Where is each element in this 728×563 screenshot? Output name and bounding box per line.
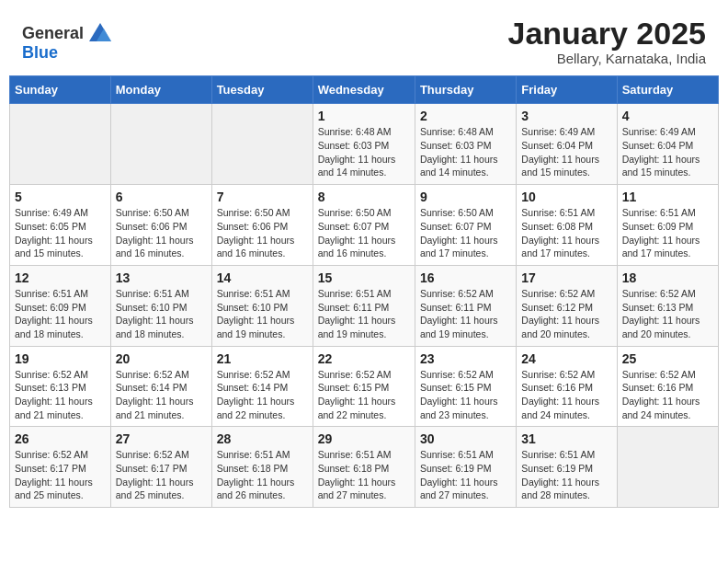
day-info: Sunrise: 6:52 AMSunset: 6:16 PMDaylight:… <box>521 368 611 422</box>
day-number: 24 <box>521 351 611 366</box>
calendar-cell: 5Sunrise: 6:49 AMSunset: 6:05 PMDaylight… <box>10 185 111 266</box>
day-info: Sunrise: 6:48 AMSunset: 6:03 PMDaylight:… <box>420 125 511 179</box>
day-info: Sunrise: 6:51 AMSunset: 6:18 PMDaylight:… <box>318 448 410 502</box>
calendar-cell: 2Sunrise: 6:48 AMSunset: 6:03 PMDaylight… <box>415 104 516 185</box>
day-number: 4 <box>622 109 713 123</box>
calendar-cell: 20Sunrise: 6:52 AMSunset: 6:14 PMDayligh… <box>110 346 211 427</box>
day-number: 10 <box>521 190 611 204</box>
header-row: Sunday Monday Tuesday Wednesday Thursday… <box>10 76 719 104</box>
calendar-week-2: 5Sunrise: 6:49 AMSunset: 6:05 PMDaylight… <box>10 185 719 266</box>
day-number: 7 <box>217 190 308 204</box>
calendar-cell: 22Sunrise: 6:52 AMSunset: 6:15 PMDayligh… <box>313 346 415 427</box>
day-info: Sunrise: 6:52 AMSunset: 6:13 PMDaylight:… <box>622 287 713 341</box>
day-number: 15 <box>318 270 410 285</box>
calendar-table: Sunday Monday Tuesday Wednesday Thursday… <box>9 75 719 508</box>
calendar-cell: 11Sunrise: 6:51 AMSunset: 6:09 PMDayligh… <box>617 185 718 266</box>
day-number: 8 <box>318 190 410 204</box>
calendar-cell: 3Sunrise: 6:49 AMSunset: 6:04 PMDaylight… <box>517 104 617 185</box>
month-title: January 2025 <box>508 17 707 51</box>
day-number: 21 <box>217 351 308 366</box>
calendar-week-4: 19Sunrise: 6:52 AMSunset: 6:13 PMDayligh… <box>10 346 719 427</box>
col-tuesday: Tuesday <box>211 76 313 104</box>
day-info: Sunrise: 6:52 AMSunset: 6:15 PMDaylight:… <box>420 368 511 422</box>
calendar-cell: 14Sunrise: 6:51 AMSunset: 6:10 PMDayligh… <box>211 265 313 346</box>
calendar-cell: 25Sunrise: 6:52 AMSunset: 6:16 PMDayligh… <box>617 346 718 427</box>
calendar-cell: 13Sunrise: 6:51 AMSunset: 6:10 PMDayligh… <box>110 265 211 346</box>
day-number: 16 <box>420 270 511 285</box>
day-number: 3 <box>521 109 611 123</box>
calendar-cell: 23Sunrise: 6:52 AMSunset: 6:15 PMDayligh… <box>415 346 516 427</box>
logo-general: General <box>22 24 84 43</box>
calendar-cell: 9Sunrise: 6:50 AMSunset: 6:07 PMDaylight… <box>415 185 516 266</box>
col-wednesday: Wednesday <box>313 76 415 104</box>
day-number: 27 <box>116 431 207 446</box>
col-monday: Monday <box>110 76 211 104</box>
col-friday: Friday <box>517 76 617 104</box>
calendar-cell: 7Sunrise: 6:50 AMSunset: 6:06 PMDaylight… <box>211 185 313 266</box>
day-info: Sunrise: 6:51 AMSunset: 6:10 PMDaylight:… <box>116 287 207 341</box>
day-info: Sunrise: 6:49 AMSunset: 6:04 PMDaylight:… <box>622 125 713 179</box>
calendar-body: 1Sunrise: 6:48 AMSunset: 6:03 PMDaylight… <box>10 104 719 508</box>
day-info: Sunrise: 6:51 AMSunset: 6:18 PMDaylight:… <box>217 448 308 502</box>
day-number: 28 <box>217 431 308 446</box>
calendar-cell: 26Sunrise: 6:52 AMSunset: 6:17 PMDayligh… <box>10 427 111 508</box>
day-info: Sunrise: 6:52 AMSunset: 6:11 PMDaylight:… <box>420 287 511 341</box>
calendar-cell: 30Sunrise: 6:51 AMSunset: 6:19 PMDayligh… <box>415 427 516 508</box>
day-number: 13 <box>116 270 207 285</box>
day-number: 30 <box>420 431 511 446</box>
calendar-cell: 8Sunrise: 6:50 AMSunset: 6:07 PMDaylight… <box>313 185 415 266</box>
day-number: 1 <box>318 109 410 123</box>
day-info: Sunrise: 6:52 AMSunset: 6:14 PMDaylight:… <box>217 368 308 422</box>
calendar-cell: 28Sunrise: 6:51 AMSunset: 6:18 PMDayligh… <box>211 427 313 508</box>
calendar-cell: 31Sunrise: 6:51 AMSunset: 6:19 PMDayligh… <box>517 427 617 508</box>
title-block: January 2025 Bellary, Karnataka, India <box>508 17 707 66</box>
calendar-cell <box>617 427 718 508</box>
day-info: Sunrise: 6:52 AMSunset: 6:15 PMDaylight:… <box>318 368 410 422</box>
calendar-cell <box>110 104 211 185</box>
day-info: Sunrise: 6:52 AMSunset: 6:14 PMDaylight:… <box>116 368 207 422</box>
day-number: 2 <box>420 109 511 123</box>
day-info: Sunrise: 6:48 AMSunset: 6:03 PMDaylight:… <box>318 125 410 179</box>
day-number: 23 <box>420 351 511 366</box>
day-number: 20 <box>116 351 207 366</box>
day-info: Sunrise: 6:50 AMSunset: 6:06 PMDaylight:… <box>116 206 207 260</box>
calendar-cell: 10Sunrise: 6:51 AMSunset: 6:08 PMDayligh… <box>517 185 617 266</box>
day-number: 17 <box>521 270 611 285</box>
calendar-header: Sunday Monday Tuesday Wednesday Thursday… <box>10 76 719 104</box>
day-info: Sunrise: 6:52 AMSunset: 6:17 PMDaylight:… <box>15 448 106 502</box>
calendar-cell: 6Sunrise: 6:50 AMSunset: 6:06 PMDaylight… <box>110 185 211 266</box>
col-saturday: Saturday <box>617 76 718 104</box>
calendar-cell <box>10 104 111 185</box>
day-info: Sunrise: 6:50 AMSunset: 6:07 PMDaylight:… <box>318 206 410 260</box>
day-info: Sunrise: 6:51 AMSunset: 6:19 PMDaylight:… <box>521 448 611 502</box>
day-number: 6 <box>116 190 207 204</box>
logo: General Blue <box>22 21 113 63</box>
day-info: Sunrise: 6:52 AMSunset: 6:17 PMDaylight:… <box>116 448 207 502</box>
day-info: Sunrise: 6:52 AMSunset: 6:16 PMDaylight:… <box>622 368 713 422</box>
calendar-week-1: 1Sunrise: 6:48 AMSunset: 6:03 PMDaylight… <box>10 104 719 185</box>
day-number: 26 <box>15 431 106 446</box>
day-info: Sunrise: 6:50 AMSunset: 6:06 PMDaylight:… <box>217 206 308 260</box>
day-info: Sunrise: 6:51 AMSunset: 6:10 PMDaylight:… <box>217 287 308 341</box>
calendar-cell: 4Sunrise: 6:49 AMSunset: 6:04 PMDaylight… <box>617 104 718 185</box>
col-thursday: Thursday <box>415 76 516 104</box>
calendar-cell: 17Sunrise: 6:52 AMSunset: 6:12 PMDayligh… <box>517 265 617 346</box>
calendar-cell: 19Sunrise: 6:52 AMSunset: 6:13 PMDayligh… <box>10 346 111 427</box>
day-number: 25 <box>622 351 713 366</box>
day-info: Sunrise: 6:50 AMSunset: 6:07 PMDaylight:… <box>420 206 511 260</box>
calendar-cell: 29Sunrise: 6:51 AMSunset: 6:18 PMDayligh… <box>313 427 415 508</box>
calendar-cell: 1Sunrise: 6:48 AMSunset: 6:03 PMDaylight… <box>313 104 415 185</box>
day-number: 12 <box>15 270 106 285</box>
calendar-cell: 27Sunrise: 6:52 AMSunset: 6:17 PMDayligh… <box>110 427 211 508</box>
calendar-cell <box>211 104 313 185</box>
calendar-week-5: 26Sunrise: 6:52 AMSunset: 6:17 PMDayligh… <box>10 427 719 508</box>
calendar-cell: 21Sunrise: 6:52 AMSunset: 6:14 PMDayligh… <box>211 346 313 427</box>
calendar-week-3: 12Sunrise: 6:51 AMSunset: 6:09 PMDayligh… <box>10 265 719 346</box>
calendar-cell: 24Sunrise: 6:52 AMSunset: 6:16 PMDayligh… <box>517 346 617 427</box>
day-number: 22 <box>318 351 410 366</box>
col-sunday: Sunday <box>10 76 111 104</box>
day-info: Sunrise: 6:51 AMSunset: 6:09 PMDaylight:… <box>622 206 713 260</box>
calendar-cell: 18Sunrise: 6:52 AMSunset: 6:13 PMDayligh… <box>617 265 718 346</box>
day-number: 11 <box>622 190 713 204</box>
day-number: 31 <box>521 431 611 446</box>
